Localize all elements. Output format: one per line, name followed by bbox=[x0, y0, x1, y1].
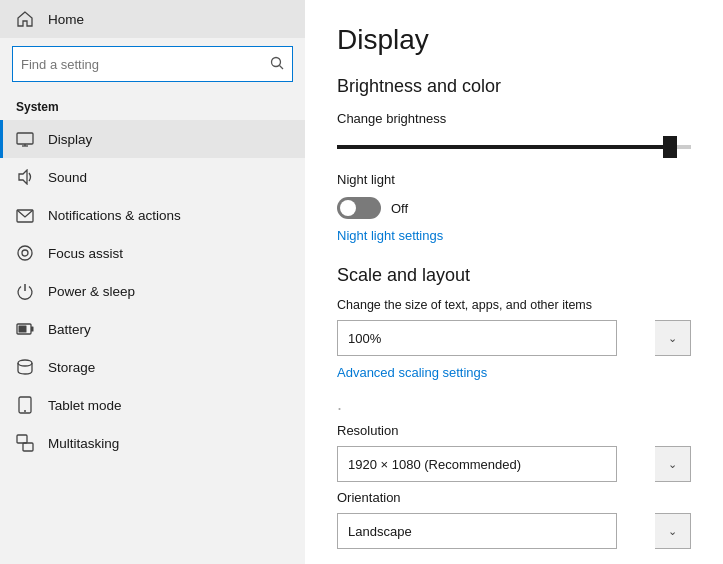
sidebar-item-multitasking[interactable]: Multitasking bbox=[0, 424, 305, 462]
night-light-toggle[interactable] bbox=[337, 197, 381, 219]
svg-rect-10 bbox=[31, 327, 34, 332]
brightness-section-title: Brightness and color bbox=[337, 76, 691, 97]
svg-point-12 bbox=[18, 360, 32, 366]
tablet-icon bbox=[16, 396, 34, 414]
night-light-row: Off bbox=[337, 197, 691, 219]
scale-section-title: Scale and layout bbox=[337, 265, 691, 286]
night-light-label: Night light bbox=[337, 172, 691, 187]
search-input[interactable] bbox=[21, 57, 270, 72]
multitasking-icon bbox=[16, 434, 34, 452]
resolution-dropdown[interactable]: 1920 × 1080 (Recommended) 1280 × 1024 10… bbox=[337, 446, 617, 482]
system-label: System bbox=[0, 94, 305, 120]
svg-rect-11 bbox=[19, 326, 27, 333]
scale-desc: Change the size of text, apps, and other… bbox=[337, 298, 691, 312]
svg-rect-2 bbox=[17, 133, 33, 144]
svg-marker-5 bbox=[19, 170, 27, 184]
svg-rect-16 bbox=[23, 443, 33, 451]
sidebar-item-sound[interactable]: Sound bbox=[0, 158, 305, 196]
scale-dropdown[interactable]: 100% 125% 150% 175% bbox=[337, 320, 617, 356]
sidebar-item-notifications[interactable]: Notifications & actions bbox=[0, 196, 305, 234]
sidebar-item-tablet[interactable]: Tablet mode bbox=[0, 386, 305, 424]
power-label: Power & sleep bbox=[48, 284, 135, 299]
night-light-settings-link[interactable]: Night light settings bbox=[337, 228, 443, 243]
notifications-icon bbox=[16, 206, 34, 224]
scale-dropdown-wrapper: 100% 125% 150% 175% ⌄ bbox=[337, 320, 691, 356]
search-icon bbox=[270, 56, 284, 73]
svg-point-14 bbox=[24, 410, 26, 412]
sidebar-item-battery[interactable]: Battery bbox=[0, 310, 305, 348]
advanced-scaling-link[interactable]: Advanced scaling settings bbox=[337, 365, 487, 380]
tablet-label: Tablet mode bbox=[48, 398, 122, 413]
orientation-dropdown[interactable]: Landscape Portrait Landscape (flipped) P… bbox=[337, 513, 617, 549]
orientation-label: Orientation bbox=[337, 490, 691, 505]
sound-label: Sound bbox=[48, 170, 87, 185]
notifications-label: Notifications & actions bbox=[48, 208, 181, 223]
orientation-dropdown-arrow: ⌄ bbox=[655, 513, 691, 549]
brightness-control: Change brightness bbox=[337, 111, 691, 152]
main-content: Display Brightness and color Change brig… bbox=[305, 0, 723, 564]
sidebar-item-home[interactable]: Home bbox=[0, 0, 305, 38]
orientation-dropdown-wrapper: Landscape Portrait Landscape (flipped) P… bbox=[337, 513, 691, 549]
toggle-thumb bbox=[340, 200, 356, 216]
dot-separator: · bbox=[337, 398, 691, 419]
focus-icon bbox=[16, 244, 34, 262]
home-label: Home bbox=[48, 12, 84, 27]
brightness-label: Change brightness bbox=[337, 111, 691, 126]
sidebar-item-storage[interactable]: Storage bbox=[0, 348, 305, 386]
svg-point-8 bbox=[22, 250, 28, 256]
sidebar-item-display[interactable]: Display bbox=[0, 120, 305, 158]
svg-point-0 bbox=[272, 57, 281, 66]
sidebar: Home System Display bbox=[0, 0, 305, 564]
svg-rect-15 bbox=[17, 435, 27, 443]
page-title: Display bbox=[337, 24, 691, 56]
night-light-state: Off bbox=[391, 201, 408, 216]
home-icon bbox=[16, 10, 34, 28]
search-box-container bbox=[12, 46, 293, 82]
focus-label: Focus assist bbox=[48, 246, 123, 261]
multitasking-label: Multitasking bbox=[48, 436, 119, 451]
sound-icon bbox=[16, 168, 34, 186]
display-label: Display bbox=[48, 132, 92, 147]
battery-label: Battery bbox=[48, 322, 91, 337]
power-icon bbox=[16, 282, 34, 300]
night-light-section: Night light Off bbox=[337, 172, 691, 219]
resolution-dropdown-arrow: ⌄ bbox=[655, 446, 691, 482]
sidebar-item-focus[interactable]: Focus assist bbox=[0, 234, 305, 272]
resolution-dropdown-wrapper: 1920 × 1080 (Recommended) 1280 × 1024 10… bbox=[337, 446, 691, 482]
storage-icon bbox=[16, 358, 34, 376]
brightness-slider[interactable] bbox=[337, 145, 691, 149]
battery-icon bbox=[16, 320, 34, 338]
scale-dropdown-arrow: ⌄ bbox=[655, 320, 691, 356]
display-icon bbox=[16, 130, 34, 148]
svg-line-1 bbox=[280, 65, 284, 69]
search-wrapper bbox=[0, 38, 305, 94]
resolution-label: Resolution bbox=[337, 423, 691, 438]
storage-label: Storage bbox=[48, 360, 95, 375]
sidebar-item-power[interactable]: Power & sleep bbox=[0, 272, 305, 310]
svg-point-7 bbox=[18, 246, 32, 260]
